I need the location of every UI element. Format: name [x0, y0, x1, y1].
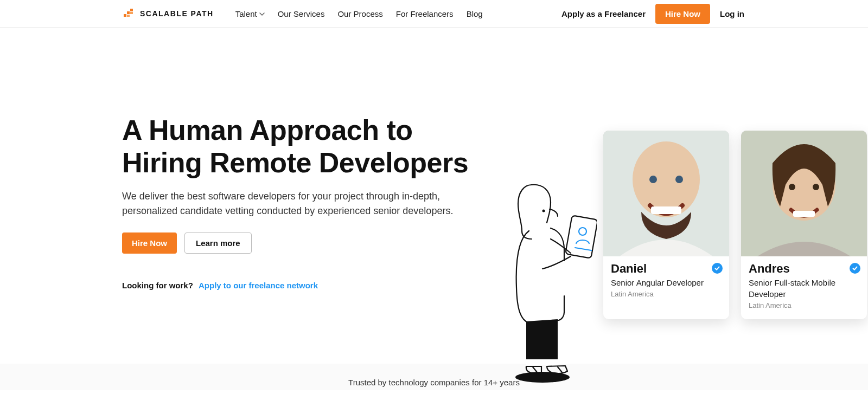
nav-item-services[interactable]: Our Services	[278, 9, 325, 18]
primary-nav: Talent Our Services Our Process For Free…	[235, 9, 483, 18]
svg-point-8	[579, 228, 586, 235]
profile-card[interactable]: Andres Senior Full-stack Mobile Develope…	[741, 131, 867, 319]
svg-rect-22	[793, 211, 815, 217]
nav-item-blog[interactable]: Blog	[467, 9, 483, 18]
svg-point-6	[542, 210, 545, 212]
svg-point-14	[633, 141, 700, 217]
header-inner: SCALABLE PATH Talent Our Services Our Pr…	[119, 0, 749, 27]
profile-photo	[603, 131, 729, 256]
hero-title-line1: A Human Approach to	[122, 114, 413, 146]
nav-item-label: For Freelancers	[396, 9, 454, 18]
header: SCALABLE PATH Talent Our Services Our Pr…	[0, 0, 868, 28]
hero-subtitle: We deliver the best software developers …	[122, 189, 469, 218]
chevron-down-icon	[259, 9, 265, 18]
hero-title-line2: Hiring Remote Developers	[122, 147, 468, 178]
svg-line-12	[533, 367, 537, 372]
hero-text: A Human Approach to Hiring Remote Develo…	[122, 114, 491, 290]
recruiter-illustration	[499, 179, 597, 387]
profile-role: Senior Full-stack Mobile Developer	[749, 277, 859, 300]
nav-item-label: Our Process	[337, 9, 382, 18]
profile-cards: Daniel Senior Angular Developer Latin Am…	[603, 131, 867, 319]
nav-item-label: Talent	[235, 9, 257, 18]
logo-icon	[124, 7, 136, 21]
profile-name: Daniel	[611, 262, 722, 276]
svg-point-21	[813, 184, 819, 190]
profile-card[interactable]: Daniel Senior Angular Developer Latin Am…	[603, 131, 729, 319]
looking-for-work: Looking for work? Apply to our freelance…	[122, 281, 491, 290]
svg-point-20	[789, 184, 795, 190]
profile-name: Andres	[749, 262, 859, 276]
svg-rect-10	[526, 359, 558, 365]
apply-network-link[interactable]: Apply to our freelance network	[199, 281, 318, 290]
nav-item-talent[interactable]: Talent	[235, 9, 265, 18]
verified-badge-icon	[712, 263, 723, 274]
apply-freelancer-link[interactable]: Apply as a Freelancer	[561, 9, 646, 18]
trusted-strip: Trusted by technology companies for 14+ …	[0, 364, 868, 390]
svg-rect-0	[124, 14, 126, 17]
svg-rect-3	[127, 15, 130, 17]
looking-prompt: Looking for work?	[122, 281, 193, 290]
nav-item-freelancers[interactable]: For Freelancers	[396, 9, 454, 18]
svg-line-11	[558, 367, 562, 372]
hero-title: A Human Approach to Hiring Remote Develo…	[122, 114, 491, 179]
profile-card-body: Daniel Senior Angular Developer Latin Am…	[603, 256, 729, 308]
profile-role: Senior Angular Developer	[611, 277, 722, 288]
trusted-text: Trusted by technology companies for 14+ …	[348, 378, 520, 387]
svg-point-15	[649, 176, 657, 183]
nav-item-process[interactable]: Our Process	[337, 9, 382, 18]
header-actions: Apply as a Freelancer Hire Now Log in	[561, 4, 744, 24]
svg-rect-2	[130, 9, 133, 11]
logo[interactable]: SCALABLE PATH	[124, 7, 214, 21]
profile-card-body: Andres Senior Full-stack Mobile Develope…	[741, 256, 867, 319]
nav-item-label: Our Services	[278, 9, 325, 18]
login-link[interactable]: Log in	[720, 9, 744, 18]
svg-rect-17	[651, 206, 681, 214]
profile-region: Latin America	[749, 301, 859, 309]
hero-ctas: Hire Now Learn more	[122, 232, 491, 254]
svg-rect-1	[127, 11, 130, 14]
hero-learn-more-button[interactable]: Learn more	[184, 232, 252, 254]
hero: A Human Approach to Hiring Remote Develo…	[0, 28, 868, 364]
svg-rect-4	[130, 12, 133, 14]
logo-text: SCALABLE PATH	[140, 9, 214, 18]
hire-now-button[interactable]: Hire Now	[655, 4, 710, 24]
profile-region: Latin America	[611, 290, 722, 298]
svg-line-9	[575, 248, 591, 250]
profile-photo	[741, 131, 867, 256]
svg-point-16	[675, 176, 683, 183]
hero-hire-button[interactable]: Hire Now	[122, 232, 177, 254]
nav-item-label: Blog	[467, 9, 483, 18]
verified-badge-icon	[850, 263, 860, 274]
